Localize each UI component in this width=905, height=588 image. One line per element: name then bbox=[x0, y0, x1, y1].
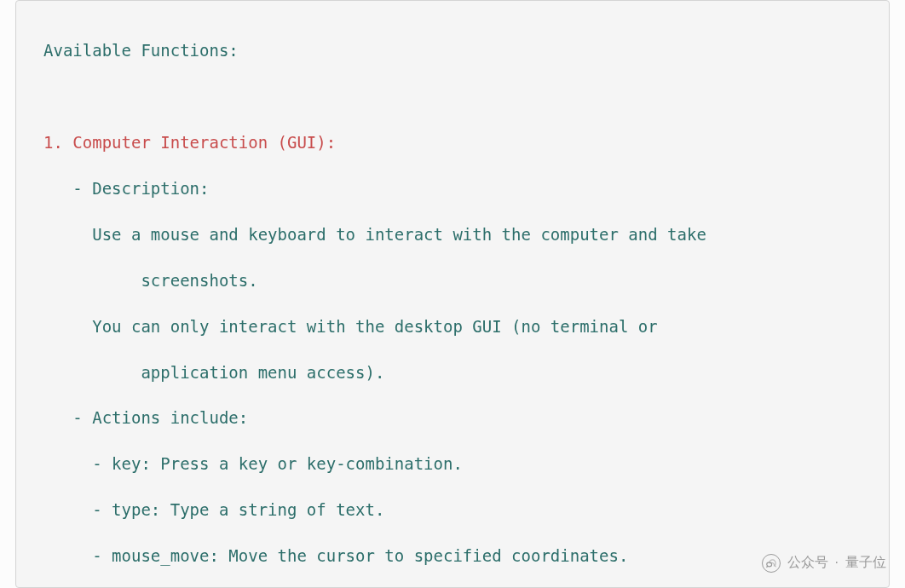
watermark-prefix: 公众号 bbox=[787, 553, 828, 573]
wechat-icon bbox=[762, 554, 781, 573]
action-item: - mouse_move: Move the cursor to specifi… bbox=[43, 545, 862, 568]
watermark: 公众号 · 量子位 bbox=[762, 553, 886, 573]
watermark-name: 量子位 bbox=[845, 553, 886, 573]
watermark-sep: · bbox=[835, 553, 839, 573]
actions-label: - Actions include: bbox=[43, 406, 862, 429]
description-line-cont: application menu access). bbox=[43, 361, 862, 384]
code-block: Available Functions: 1. Computer Interac… bbox=[15, 0, 890, 588]
action-item: - key: Press a key or key-combination. bbox=[43, 453, 862, 476]
description-line: Use a mouse and keyboard to interact wit… bbox=[43, 223, 862, 246]
blank-line bbox=[43, 85, 862, 108]
action-item: - type: Type a string of text. bbox=[43, 499, 862, 522]
header-line: Available Functions: bbox=[43, 39, 862, 62]
description-label: - Description: bbox=[43, 177, 862, 200]
description-line-cont: screenshots. bbox=[43, 269, 862, 292]
section-title: 1. Computer Interaction (GUI): bbox=[43, 131, 862, 154]
description-line: You can only interact with the desktop G… bbox=[43, 315, 862, 338]
